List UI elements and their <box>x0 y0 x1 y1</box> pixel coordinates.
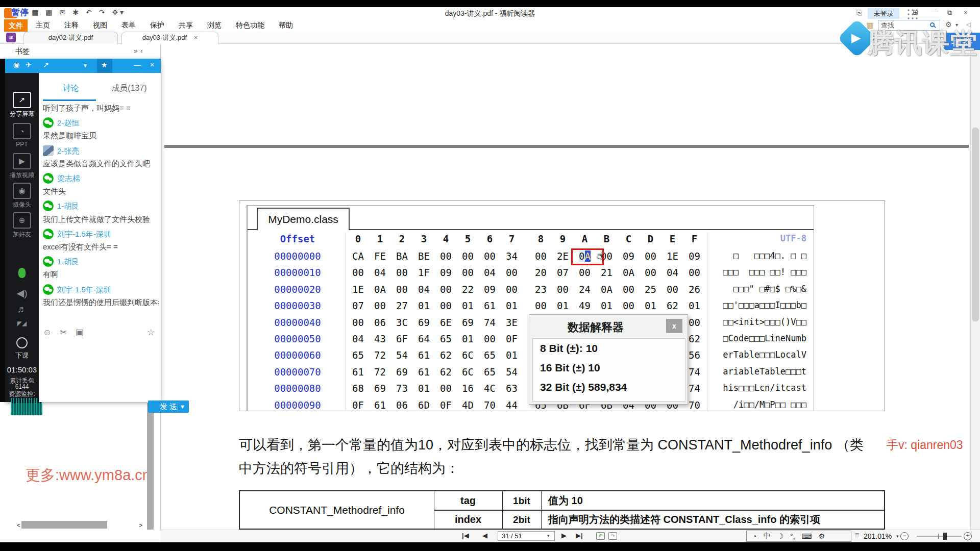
last-page-icon[interactable]: ▶| <box>576 532 583 539</box>
hex-byte: 73 <box>391 383 413 394</box>
zoom-out-button[interactable]: − <box>900 532 909 540</box>
email-icon[interactable]: ✉ <box>59 8 65 16</box>
class-bell-icon[interactable] <box>5 337 39 351</box>
zoom-in-button[interactable]: + <box>964 532 972 540</box>
popup-close-icon[interactable]: x <box>666 319 682 333</box>
fit-width-icon[interactable]: 中 <box>763 532 770 541</box>
next-page-icon[interactable]: ▶ <box>561 532 567 539</box>
tab-day02[interactable]: day02-讲义.pdf <box>23 32 118 44</box>
menu-item-8[interactable]: 帮助 <box>279 21 293 30</box>
undo-icon[interactable]: ↶ <box>86 8 92 16</box>
share-icon[interactable]: ↗ <box>43 61 49 69</box>
tab-day03[interactable]: day03-讲义.pdf × <box>121 32 218 44</box>
share-hand-icon[interactable]: ⎘ <box>856 9 862 17</box>
hscroll-left-arrow[interactable]: < <box>17 522 20 529</box>
menu-item-0[interactable]: 主页 <box>36 21 50 30</box>
emoji-icon[interactable]: ☺ <box>43 328 60 337</box>
chat-close-icon[interactable]: × <box>150 61 154 69</box>
login-button[interactable]: 未登录 <box>868 8 899 19</box>
fullscreen-icon[interactable]: ◤◢ <box>5 320 39 327</box>
page-dropdown-icon[interactable]: ▾ <box>547 531 550 541</box>
hex-byte: 04 <box>347 333 369 344</box>
hex-byte: 04 <box>479 267 501 278</box>
send-dropdown-icon[interactable]: ▼ <box>180 400 185 413</box>
pin-button[interactable]: ★ <box>97 59 112 73</box>
panel-collapse-icons[interactable]: »‹ <box>134 47 146 55</box>
hex-offset-header: Offset <box>252 233 344 244</box>
tab-discussion[interactable]: 讨论 <box>43 83 99 94</box>
settings-icon[interactable]: ⚙ <box>819 532 825 540</box>
recorder-pause-label[interactable]: 暂停 <box>11 7 29 18</box>
scissors-icon[interactable]: ✂ <box>60 328 75 337</box>
menu-item-4[interactable]: 保护 <box>150 21 164 30</box>
night-mode-icon[interactable]: ☽ <box>777 532 783 540</box>
hex-byte: 6C <box>457 366 479 378</box>
menu-item-2[interactable]: 视图 <box>93 21 107 30</box>
hand-tool-icon[interactable]: ✥ ▾ <box>112 8 124 16</box>
read-aloud-icon[interactable]: °, <box>790 532 795 540</box>
menu-item-1[interactable]: 注释 <box>64 21 79 30</box>
sidebar-item-0[interactable]: ↗分享屏幕 <box>5 92 39 118</box>
screen-icon[interactable]: ◉ <box>13 61 19 69</box>
save-icon[interactable]: ▦ <box>32 8 38 16</box>
collapse-panel-icon[interactable]: ≋ <box>6 33 16 42</box>
popup-body: 8 Bit (±): 1016 Bit (±) 1032 Bit (±) 589… <box>532 338 685 402</box>
hex-col-header: 8 <box>530 233 552 244</box>
redo-icon[interactable]: ↷ <box>99 8 105 16</box>
menu-items: 主页注释视图表单保护共享浏览特色功能帮助 <box>36 19 293 32</box>
sidebar-item-4[interactable]: ⊕加好友 <box>5 212 39 239</box>
gauge-icon[interactable]: ◔ <box>752 532 756 540</box>
next-view-icon[interactable]: ↷ <box>608 532 617 540</box>
menu-item-7[interactable]: 特色功能 <box>236 21 264 30</box>
tab-members[interactable]: 成员(137) <box>101 83 157 94</box>
hex-col-header: 9 <box>552 233 574 244</box>
hex-file-tab[interactable]: MyDemo.class <box>257 208 350 230</box>
tab-close-icon[interactable]: × <box>194 34 198 41</box>
zoom-slider-track[interactable] <box>917 536 962 537</box>
message-sender: 刘宇-1.5年-深圳 <box>43 284 159 297</box>
hex-byte: 61 <box>347 366 369 378</box>
page-indicator[interactable]: 31 / 51 <box>498 531 555 541</box>
message-sender: 梁志棉 <box>43 173 159 186</box>
hex-utf8-text: ariableTable□□□t <box>709 366 811 377</box>
sidebar-item-2[interactable]: ▶播放视频 <box>5 153 39 180</box>
chat-minimize-icon[interactable]: — <box>134 61 141 69</box>
star-icon[interactable]: ☆ <box>147 327 155 338</box>
sidebar-item-1[interactable]: ◔PPT <box>5 123 39 148</box>
close-button[interactable]: × <box>964 9 968 16</box>
message-text: 果然是咖啡宝贝 <box>43 131 159 144</box>
menu-file[interactable]: 文件 <box>4 19 28 32</box>
wechat-avatar <box>43 229 54 239</box>
restore-button[interactable]: ⧉ <box>947 9 952 17</box>
message-sender: 刘宇-1.5年-深圳 <box>43 229 159 242</box>
menu-item-5[interactable]: 共享 <box>179 21 193 30</box>
panel-vscroll-thumb[interactable] <box>147 403 154 530</box>
interpreter-line-1: 16 Bit (±) 10 <box>533 358 685 378</box>
minimize-button[interactable]: — <box>931 8 938 15</box>
sidebar-item-3[interactable]: ◉摄像头 <box>5 183 39 209</box>
zoom-dropdown-icon[interactable]: ▾ <box>896 534 899 539</box>
keyboard-icon[interactable]: ⌨ <box>802 532 812 540</box>
page-scrollbar-thumb[interactable] <box>972 128 979 321</box>
prev-view-icon[interactable]: ↶ <box>596 532 605 540</box>
list-icon[interactable]: ≣ <box>854 532 860 539</box>
chevron-down-icon[interactable]: ▼ <box>83 63 88 68</box>
music-icon[interactable]: ♬ <box>5 304 39 315</box>
hscroll-thumb[interactable] <box>21 521 107 529</box>
speaker-icon[interactable]: ◀) <box>5 287 39 299</box>
hex-byte: 72 <box>369 366 391 378</box>
prev-page-icon[interactable]: ◀ <box>482 532 487 539</box>
table-field: tag <box>434 491 502 510</box>
hex-byte: 23 <box>530 284 552 295</box>
print-icon[interactable]: ▤ <box>45 8 52 16</box>
hex-col-header: 1 <box>369 233 391 244</box>
image-icon[interactable]: ▣ <box>76 328 92 337</box>
first-page-icon[interactable]: |◀ <box>462 532 469 539</box>
zoom-slider-handle[interactable] <box>943 533 947 540</box>
hscroll-right-arrow[interactable]: > <box>139 522 142 529</box>
menu-item-6[interactable]: 浏览 <box>207 21 222 30</box>
menu-item-3[interactable]: 表单 <box>121 21 136 30</box>
hex-byte: 09 <box>683 251 705 262</box>
plane-icon[interactable]: ✈ <box>26 61 32 69</box>
new-doc-icon[interactable]: ✱ <box>72 8 79 16</box>
